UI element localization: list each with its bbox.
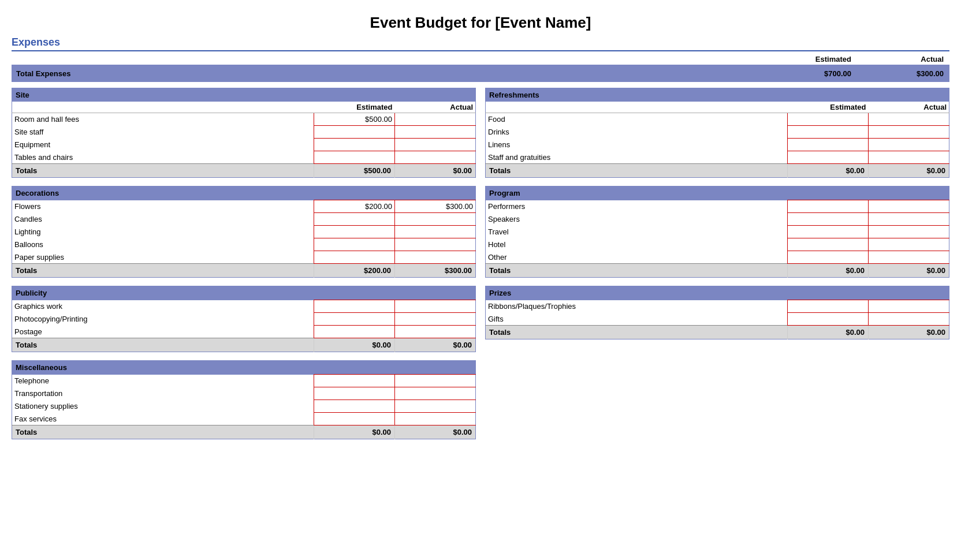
publicity-section: Publicity Graphics workPhotocopying/Prin… [12,286,476,352]
row-actual[interactable] [395,300,476,313]
row-name: Staff and gratuities [486,151,788,164]
total-expenses-estimated: $700.00 [765,69,857,78]
row-name: Photocopying/Printing [12,313,314,326]
row-name: Paper supplies [12,251,314,264]
row-estimated[interactable] [788,300,869,313]
publicity-totals-row: Totals $0.00 $0.00 [12,338,476,352]
table-row: Gifts [486,313,949,326]
row-estimated[interactable] [314,238,395,251]
row-actual[interactable] [395,151,476,164]
row-actual[interactable] [395,413,476,425]
row-actual[interactable] [395,126,476,139]
row-name: Speakers [486,213,788,226]
row-name: Performers [486,200,788,213]
table-row: Speakers [486,213,949,226]
row-estimated[interactable]: $200.00 [314,200,395,213]
row-name: Site staff [12,126,314,139]
site-table: Site Estimated Actual Room and hall fees… [12,88,476,178]
row-estimated[interactable] [314,139,395,151]
program-totals-estimated: $0.00 [788,264,869,278]
top-estimated-header: Estimated [765,55,857,64]
row-actual[interactable] [395,113,476,126]
table-row: Candles [12,213,476,226]
row-actual[interactable] [395,326,476,338]
row-actual[interactable] [395,251,476,264]
row-name: Room and hall fees [12,113,314,126]
row-estimated[interactable] [314,251,395,264]
row-actual[interactable] [869,313,949,326]
row-name: Drinks [486,126,788,139]
row-actual[interactable] [395,213,476,226]
expenses-header: Expenses [12,36,949,51]
main-title: Event Budget for [Event Name] [12,6,949,36]
row-name: Lighting [12,226,314,238]
table-row: Graphics work [12,300,476,313]
row-estimated[interactable] [314,387,395,400]
decorations-totals-row: Totals $200.00 $300.00 [12,264,476,278]
site-col-estimated: Estimated [314,102,395,113]
row-estimated[interactable] [788,213,869,226]
row-actual[interactable] [395,387,476,400]
row-estimated[interactable] [788,238,869,251]
table-row: Flowers$200.00$300.00 [12,200,476,213]
row-estimated[interactable]: $500.00 [314,113,395,126]
row-actual[interactable] [395,313,476,326]
row-estimated[interactable] [314,400,395,413]
row-estimated[interactable] [314,300,395,313]
row-estimated[interactable] [788,151,869,164]
row-actual[interactable] [395,139,476,151]
row-estimated[interactable] [788,126,869,139]
row-estimated[interactable] [314,213,395,226]
row-actual[interactable] [395,375,476,387]
row-estimated[interactable] [314,326,395,338]
row-actual[interactable] [395,400,476,413]
row-estimated[interactable] [314,313,395,326]
page: Event Budget for [Event Name] Expenses E… [0,0,961,560]
row-name: Food [486,113,788,126]
row-estimated[interactable] [788,251,869,264]
row-estimated[interactable] [788,226,869,238]
row-actual[interactable] [869,200,949,213]
publicity-totals-estimated: $0.00 [314,338,395,352]
row-name: Flowers [12,200,314,213]
row-4: Miscellaneous TelephoneTransportationSta… [12,360,949,439]
row-actual[interactable] [869,139,949,151]
row-estimated[interactable] [788,313,869,326]
table-row: Other [486,251,949,264]
row-name: Linens [486,139,788,151]
row-estimated[interactable] [314,151,395,164]
row-3: Publicity Graphics workPhotocopying/Prin… [12,286,949,352]
row-name: Telephone [12,375,314,387]
row-estimated[interactable] [788,139,869,151]
row-estimated[interactable] [788,113,869,126]
row-estimated[interactable] [314,375,395,387]
row-actual[interactable] [869,238,949,251]
prizes-section: Prizes Ribbons/Plaques/TrophiesGifts Tot… [485,286,949,352]
row-actual[interactable] [395,226,476,238]
row-actual[interactable] [869,226,949,238]
row-actual[interactable] [869,126,949,139]
table-row: Food [486,113,949,126]
row-actual[interactable] [869,151,949,164]
row-actual[interactable]: $300.00 [395,200,476,213]
row-1: Site Estimated Actual Room and hall fees… [12,88,949,178]
row-estimated[interactable] [314,413,395,425]
table-row: Travel [486,226,949,238]
prizes-table: Prizes Ribbons/Plaques/TrophiesGifts Tot… [485,286,949,339]
row-actual[interactable] [869,113,949,126]
row-actual[interactable] [869,300,949,313]
decorations-totals-actual: $300.00 [395,264,476,278]
miscellaneous-section: Miscellaneous TelephoneTransportationSta… [12,360,476,439]
row-estimated[interactable] [314,126,395,139]
table-row: Postage [12,326,476,338]
table-row: Transportation [12,387,476,400]
row-estimated[interactable] [314,226,395,238]
row-actual[interactable] [395,238,476,251]
site-section: Site Estimated Actual Room and hall fees… [12,88,476,178]
row-estimated[interactable] [788,200,869,213]
site-col-name [12,102,314,113]
decorations-section: Decorations Flowers$200.00$300.00Candles… [12,186,476,278]
row-actual[interactable] [869,251,949,264]
top-actual-header: Actual [857,55,949,64]
row-actual[interactable] [869,213,949,226]
